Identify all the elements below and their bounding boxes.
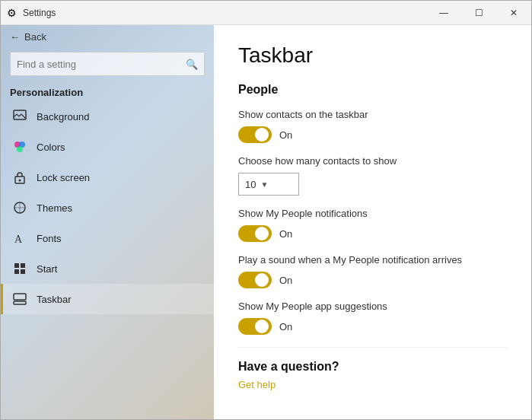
- sidebar-item-label: Themes: [37, 202, 72, 214]
- sidebar-item-colors[interactable]: Colors: [1, 132, 214, 162]
- sidebar-item-label: Fonts: [37, 233, 62, 244]
- sound-notification-label: Play a sound when a My People notificati…: [238, 254, 507, 266]
- sound-notification-toggle-row: On: [238, 272, 507, 288]
- title-bar-left: ⚙ Settings: [7, 7, 56, 19]
- sidebar-item-lock-screen[interactable]: Lock screen: [1, 162, 214, 192]
- sidebar-item-label: Taskbar: [37, 294, 72, 305]
- show-contacts-toggle[interactable]: [238, 126, 272, 143]
- sidebar-item-label: Start: [37, 263, 57, 275]
- section-divider: [238, 347, 507, 348]
- contacts-count-dropdown[interactable]: 10 ▼: [238, 173, 299, 196]
- sidebar-item-label: Lock screen: [37, 172, 90, 183]
- get-help-link[interactable]: Get help: [238, 379, 276, 390]
- svg-rect-11: [21, 269, 25, 274]
- setting-contacts-count: Choose how many contacts to show 10 ▼: [238, 155, 507, 196]
- sidebar-item-label: Colors: [37, 142, 65, 153]
- colors-icon: [12, 139, 27, 154]
- my-people-notifications-label: Show My People notifications: [238, 208, 507, 219]
- my-people-notifications-toggle-label: On: [279, 228, 292, 240]
- setting-app-suggestions: Show My People app suggestions On: [238, 301, 507, 335]
- search-icon: 🔍: [186, 59, 198, 70]
- dropdown-value: 10: [245, 179, 256, 190]
- settings-window: ⚙ Settings — ☐ ✕ ← Back 🔍 Personalizatio…: [0, 0, 532, 420]
- my-people-notifications-toggle[interactable]: [238, 225, 272, 242]
- people-section: People Show contacts on the taskbar On C…: [238, 83, 507, 335]
- window-title: Settings: [23, 8, 56, 18]
- show-contacts-toggle-row: On: [238, 126, 507, 143]
- svg-text:A: A: [14, 234, 23, 245]
- show-contacts-toggle-label: On: [279, 129, 292, 141]
- sidebar-item-fonts[interactable]: A Fonts: [1, 223, 214, 253]
- svg-rect-12: [14, 301, 26, 304]
- lock-screen-icon: [12, 170, 27, 185]
- app-suggestions-toggle-row: On: [238, 318, 507, 335]
- right-panel: Taskbar People Show contacts on the task…: [214, 25, 531, 419]
- svg-rect-10: [14, 269, 19, 274]
- svg-rect-13: [14, 294, 26, 300]
- app-suggestions-toggle[interactable]: [238, 318, 272, 335]
- taskbar-icon: [12, 291, 27, 307]
- svg-rect-9: [21, 263, 25, 268]
- sidebar-item-start[interactable]: Start: [1, 253, 214, 284]
- show-contacts-label: Show contacts on the taskbar: [238, 109, 507, 120]
- contacts-count-label: Choose how many contacts to show: [238, 155, 507, 167]
- close-button[interactable]: ✕: [496, 1, 531, 25]
- sidebar-section-label: Personalization: [1, 82, 214, 101]
- setting-sound-notification: Play a sound when a My People notificati…: [238, 254, 507, 288]
- sidebar: ← Back 🔍 Personalization Background: [1, 25, 214, 419]
- chevron-down-icon: ▼: [260, 180, 268, 189]
- help-title: Have a question?: [238, 360, 507, 374]
- themes-icon: [12, 200, 27, 215]
- back-button[interactable]: ← Back: [1, 25, 214, 49]
- back-arrow-icon: ←: [10, 31, 20, 43]
- svg-point-5: [19, 180, 21, 182]
- sidebar-item-label: Background: [37, 111, 89, 123]
- sidebar-item-taskbar[interactable]: Taskbar: [1, 284, 214, 314]
- section-title-people: People: [238, 83, 507, 97]
- main-content: ← Back 🔍 Personalization Background: [1, 25, 531, 419]
- fonts-icon: A: [12, 231, 27, 246]
- sound-notification-toggle[interactable]: [238, 272, 272, 288]
- search-box[interactable]: 🔍: [10, 52, 205, 76]
- back-label: Back: [24, 31, 46, 43]
- sound-notification-toggle-label: On: [279, 275, 292, 286]
- svg-rect-8: [14, 263, 19, 268]
- background-icon: [12, 109, 27, 124]
- help-section: Have a question? Get help: [238, 360, 507, 390]
- search-input[interactable]: [17, 59, 186, 70]
- title-bar: ⚙ Settings — ☐ ✕: [1, 1, 531, 25]
- app-suggestions-toggle-label: On: [279, 321, 292, 332]
- setting-show-contacts: Show contacts on the taskbar On: [238, 109, 507, 143]
- my-people-notifications-toggle-row: On: [238, 225, 507, 242]
- page-title: Taskbar: [238, 43, 507, 68]
- svg-point-3: [17, 146, 23, 152]
- app-suggestions-label: Show My People app suggestions: [238, 301, 507, 312]
- title-bar-controls: — ☐ ✕: [426, 1, 531, 25]
- sidebar-item-background[interactable]: Background: [1, 101, 214, 132]
- minimize-button[interactable]: —: [426, 1, 461, 25]
- sidebar-item-themes[interactable]: Themes: [1, 192, 214, 223]
- start-icon: [12, 261, 27, 276]
- setting-my-people-notifications: Show My People notifications On: [238, 208, 507, 242]
- settings-icon: ⚙: [7, 7, 17, 19]
- maximize-button[interactable]: ☐: [461, 1, 496, 25]
